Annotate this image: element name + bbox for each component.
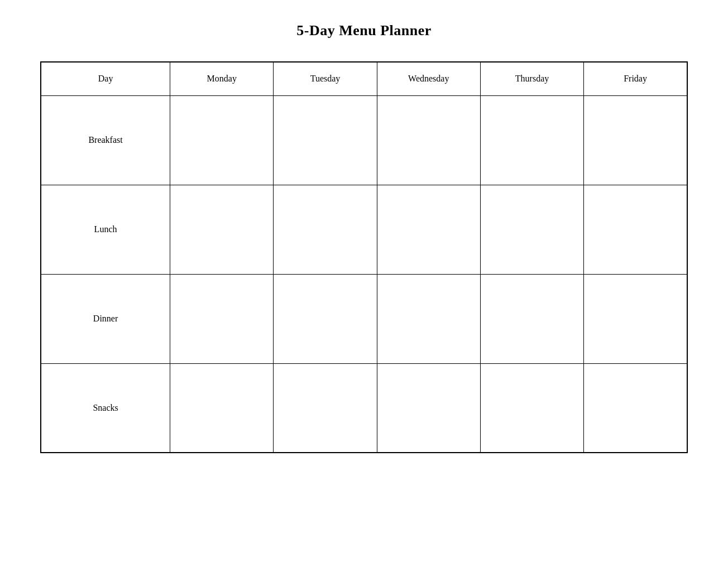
cell-lunch-thursday[interactable] — [480, 185, 583, 274]
cell-snacks-friday[interactable] — [584, 363, 687, 453]
cell-lunch-friday[interactable] — [584, 185, 687, 274]
cell-snacks-monday[interactable] — [170, 363, 274, 453]
page-title: 5-Day Menu Planner — [296, 22, 432, 39]
cell-breakfast-wednesday[interactable] — [377, 95, 480, 185]
menu-planner-table: Day Monday Tuesday Wednesday Thursday Fr… — [40, 61, 688, 453]
table-row-lunch: Lunch — [41, 185, 687, 274]
col-header-wednesday: Wednesday — [377, 62, 480, 95]
cell-breakfast-monday[interactable] — [170, 95, 274, 185]
col-header-tuesday: Tuesday — [274, 62, 377, 95]
cell-lunch-wednesday[interactable] — [377, 185, 480, 274]
cell-dinner-wednesday[interactable] — [377, 274, 480, 363]
meal-label-lunch: Lunch — [41, 185, 170, 274]
table-row-snacks: Snacks — [41, 363, 687, 453]
cell-dinner-thursday[interactable] — [480, 274, 583, 363]
meal-label-breakfast: Breakfast — [41, 95, 170, 185]
col-header-friday: Friday — [584, 62, 687, 95]
cell-breakfast-tuesday[interactable] — [274, 95, 377, 185]
header-row: Day Monday Tuesday Wednesday Thursday Fr… — [41, 62, 687, 95]
cell-breakfast-friday[interactable] — [584, 95, 687, 185]
cell-lunch-monday[interactable] — [170, 185, 274, 274]
meal-label-snacks: Snacks — [41, 363, 170, 453]
cell-snacks-thursday[interactable] — [480, 363, 583, 453]
col-header-day: Day — [41, 62, 170, 95]
cell-lunch-tuesday[interactable] — [274, 185, 377, 274]
cell-dinner-monday[interactable] — [170, 274, 274, 363]
cell-breakfast-thursday[interactable] — [480, 95, 583, 185]
table-row-breakfast: Breakfast — [41, 95, 687, 185]
col-header-thursday: Thursday — [480, 62, 583, 95]
cell-dinner-friday[interactable] — [584, 274, 687, 363]
meal-label-dinner: Dinner — [41, 274, 170, 363]
cell-snacks-tuesday[interactable] — [274, 363, 377, 453]
table-row-dinner: Dinner — [41, 274, 687, 363]
cell-snacks-wednesday[interactable] — [377, 363, 480, 453]
col-header-monday: Monday — [170, 62, 274, 95]
cell-dinner-tuesday[interactable] — [274, 274, 377, 363]
